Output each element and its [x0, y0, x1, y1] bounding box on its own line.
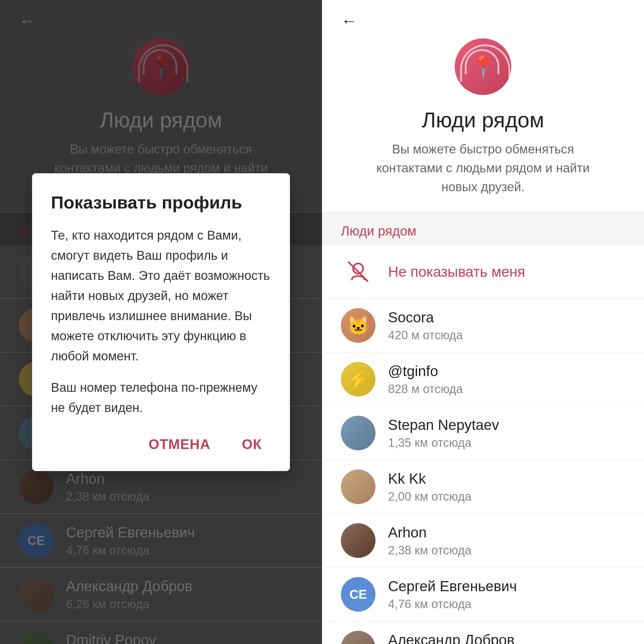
not-visible-text: Не показывать меня — [388, 263, 525, 280]
avatar-ce-right: CE — [341, 577, 375, 612]
stepan-info: Stepan Nepytaev 1,35 км отсюда — [388, 416, 499, 450]
list-item-kk[interactable]: Kk Kk 2,00 км отсюда — [322, 460, 644, 514]
right-panel-content: ← 📍 Люди рядом Вы можете быстро обменять… — [322, 0, 644, 644]
modal-cancel-button[interactable]: ОТМЕНА — [139, 430, 220, 458]
right-back-button[interactable]: ← — [341, 13, 357, 29]
left-panel: ← 📍 Люди рядом Вы можете быстро обменять… — [0, 0, 322, 644]
modal-body-p1: Те, кто находится рядом с Вами, смогут в… — [51, 225, 271, 366]
alex-name-right: Александр Добров — [388, 631, 514, 644]
modal-body: Те, кто находится рядом с Вами, смогут в… — [51, 225, 271, 418]
modal-title: Показывать профиль — [51, 192, 271, 213]
socora-distance: 420 м отсюда — [388, 329, 463, 342]
kk-name: Kk Kk — [388, 470, 471, 487]
stepan-distance: 1,35 км отсюда — [388, 436, 499, 450]
arhon-name-right: Arhon — [388, 524, 471, 541]
modal-ok-button[interactable]: ОК — [232, 430, 271, 458]
avatar-kk — [341, 469, 375, 504]
arhon-info-right: Arhon 2,38 км отсюда — [388, 524, 471, 557]
sergey-info-right: Сергей Евгеньевич 4,76 км отсюда — [388, 578, 517, 611]
avatar-stepan — [341, 416, 375, 450]
list-item-alex-right[interactable]: Александр Добров 6,26 км отсюда — [322, 621, 644, 644]
modal-actions: ОТМЕНА ОК — [51, 430, 271, 458]
right-people-list: Не показывать меня 🐱 Socora 420 м отсюда… — [322, 245, 644, 644]
tginfo-info: @tginfo 828 м отсюда — [388, 363, 463, 396]
right-page-subtitle: Вы можете быстро обменяться контактами с… — [364, 140, 602, 196]
modal-overlay[interactable]: Показывать профиль Те, кто находится ряд… — [0, 0, 322, 644]
right-section-header: Люди рядом — [322, 212, 644, 245]
list-item-arhon-right[interactable]: Arhon 2,38 км отсюда — [322, 514, 644, 568]
modal-body-p2: Ваш номер телефона по-прежнему не будет … — [51, 377, 271, 418]
list-item-socora[interactable]: 🐱 Socora 420 м отсюда — [322, 299, 644, 353]
kk-distance: 2,00 км отсюда — [388, 490, 471, 503]
sergey-distance-right: 4,76 км отсюда — [388, 597, 517, 611]
kk-info: Kk Kk 2,00 км отсюда — [388, 470, 471, 503]
avatar-alex-right — [341, 631, 375, 644]
right-page-title: Люди рядом — [422, 108, 544, 132]
socora-name: Socora — [388, 309, 463, 326]
modal-dialog: Показывать профиль Те, кто находится ряд… — [32, 173, 290, 471]
tginfo-distance: 828 м отсюда — [388, 382, 463, 396]
socora-info: Socora 420 м отсюда — [388, 309, 463, 342]
stepan-name: Stepan Nepytaev — [388, 416, 499, 434]
right-header: ← 📍 Люди рядом Вы можете быстро обменять… — [322, 0, 644, 212]
sergey-name-right: Сергей Евгеньевич — [388, 578, 517, 595]
not-visible-icon — [341, 254, 375, 289]
list-item-tginfo[interactable]: ⚡ @tginfo 828 м отсюда — [322, 353, 644, 406]
list-item-stepan[interactable]: Stepan Nepytaev 1,35 км отсюда — [322, 406, 644, 460]
right-location-icon: 📍 — [455, 38, 511, 95]
not-visible-item[interactable]: Не показывать меня — [322, 245, 644, 299]
arhon-distance-right: 2,38 км отсюда — [388, 544, 471, 557]
right-panel: ← 📍 Люди рядом Вы можете быстро обменять… — [322, 0, 644, 644]
avatar-arhon-right — [341, 523, 375, 558]
alex-info-right: Александр Добров 6,26 км отсюда — [388, 631, 514, 644]
list-item-sergey-right[interactable]: CE Сергей Евгеньевич 4,76 км отсюда — [322, 568, 644, 621]
right-icon-inner: 📍 — [469, 54, 497, 80]
tginfo-name: @tginfo — [388, 363, 463, 380]
avatar-tginfo: ⚡ — [341, 362, 375, 397]
avatar-socora: 🐱 — [341, 308, 375, 343]
